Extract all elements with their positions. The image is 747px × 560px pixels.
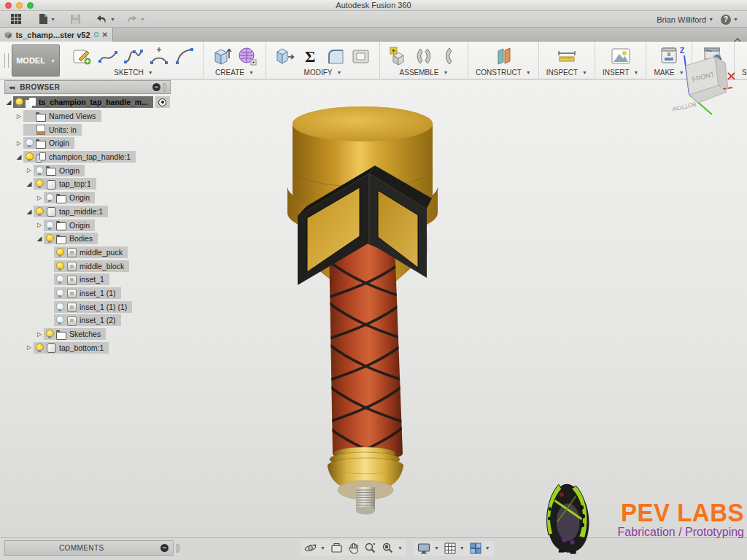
visibility-bulb-icon[interactable] [56, 303, 63, 311]
grid-settings-button[interactable]: ▼ [444, 542, 465, 554]
app-grid-icon[interactable] [10, 13, 22, 25]
workspace-switcher-button[interactable]: MODEL▼ [12, 44, 60, 77]
expander-icon[interactable]: ▷ [25, 344, 34, 351]
browser-tree-item[interactable]: ▷ Origin [4, 218, 176, 232]
create-sketch-icon[interactable] [71, 45, 93, 67]
orbit-button[interactable]: ▼ [304, 542, 325, 554]
insert-image-icon[interactable] [610, 45, 632, 67]
create-form-icon[interactable] [236, 45, 258, 67]
browser-tree-item[interactable]: ▷ Named Views [4, 109, 176, 123]
visibility-bulb-icon[interactable] [46, 330, 53, 338]
help-menu-button[interactable]: ? ▼ [721, 15, 738, 25]
inspect-dropdown[interactable]: INSPECT▼ [546, 69, 587, 77]
browser-tree-item[interactable]: ▷ tap_bottom:1 [4, 341, 176, 354]
visibility-bulb-icon[interactable] [36, 207, 43, 216]
display-settings-button[interactable]: ▼ [417, 542, 439, 554]
three-point-arc-icon[interactable] [148, 45, 170, 67]
visibility-bulb-icon[interactable] [26, 139, 33, 147]
select-dropdown[interactable]: SELECT▼ [742, 69, 747, 77]
spline-icon[interactable] [97, 45, 119, 67]
expander-icon[interactable]: ▷ [35, 195, 44, 201]
comments-bar[interactable]: COMMENTS − [4, 540, 174, 556]
browser-tree-item[interactable]: ◢ champion_tap_handle:1 [4, 150, 176, 164]
visibility-bulb-icon[interactable] [15, 98, 23, 106]
browser-tree-item[interactable]: ▷ Sketches [4, 327, 176, 341]
expander-icon[interactable]: ◢ [25, 208, 34, 215]
expander-icon[interactable]: ◢ [35, 235, 44, 242]
expander-icon[interactable]: ▷ [35, 331, 44, 338]
browser-tree-item[interactable]: ◢ tap_middle:1 [4, 205, 176, 219]
visibility-bulb-icon[interactable] [36, 179, 43, 188]
visibility-bulb-icon[interactable] [46, 193, 53, 202]
toolbar-grip-handle[interactable] [4, 53, 9, 68]
activate-component-radio[interactable] [155, 96, 170, 108]
visibility-bulb-icon[interactable] [36, 166, 43, 175]
fit-point-spline-icon[interactable] [123, 45, 144, 67]
browser-tree-item[interactable]: ◢ ts_champion_tap_handle_m... [4, 96, 176, 109]
sketch-dropdown[interactable]: SKETCH▼ [114, 69, 153, 77]
create-dropdown[interactable]: CREATE▼ [215, 69, 254, 77]
browser-tree-item[interactable]: Units: in [4, 122, 176, 136]
browser-tree-item[interactable]: middle_puck [4, 246, 176, 260]
extrude-box-icon[interactable] [211, 45, 233, 67]
fillet-icon[interactable] [325, 45, 347, 67]
new-component-icon[interactable] [387, 45, 409, 67]
document-tab[interactable]: ts_champ...ster v52 ✕ [0, 28, 113, 42]
visibility-bulb-icon[interactable] [36, 343, 43, 352]
expander-icon[interactable]: ◢ [25, 180, 34, 187]
browser-tree-item[interactable]: ◢ tap_top:1 [4, 177, 176, 191]
file-menu-button[interactable]: ▼ [38, 13, 55, 25]
collapse-all-icon[interactable]: − [152, 83, 160, 91]
visibility-bulb-icon[interactable] [26, 152, 33, 161]
shell-icon[interactable] [350, 45, 372, 67]
pan-button[interactable] [348, 542, 359, 554]
look-at-button[interactable] [330, 542, 343, 553]
visibility-bulb-icon[interactable] [56, 262, 63, 271]
visibility-bulb-icon[interactable] [56, 248, 63, 257]
as-built-joint-icon[interactable] [438, 45, 460, 67]
browser-tree-item[interactable]: inset_1 (1) (1) [4, 300, 176, 314]
expander-icon[interactable]: ▷ [15, 140, 23, 147]
zoom-button[interactable] [364, 542, 376, 554]
tangent-arc-icon[interactable] [174, 45, 196, 67]
expander-icon[interactable]: ▷ [25, 167, 34, 174]
visibility-bulb-icon[interactable] [46, 221, 53, 230]
close-tab-icon[interactable]: ✕ [102, 31, 108, 39]
comments-collapse-icon[interactable]: − [160, 544, 169, 552]
expander-icon[interactable]: ▷ [35, 222, 44, 228]
panel-resize-handle[interactable] [163, 83, 166, 92]
construct-dropdown[interactable]: CONSTRUCT▼ [476, 69, 531, 77]
browser-tree-item[interactable]: inset_1 (2) [4, 314, 176, 327]
visibility-bulb-icon[interactable] [46, 234, 53, 243]
undo-button[interactable]: ▼ [96, 15, 115, 24]
collapse-panel-icon[interactable]: ◀◀ [9, 85, 14, 90]
visibility-bulb-icon[interactable] [56, 316, 63, 324]
expander-icon[interactable]: ◢ [15, 153, 23, 160]
press-pull-icon[interactable] [274, 45, 295, 67]
browser-tree-item[interactable]: ◢ Bodies [4, 232, 176, 246]
browser-tree-item[interactable]: inset_1 [4, 273, 176, 287]
viewports-button[interactable]: ▼ [470, 542, 490, 554]
measure-icon[interactable] [556, 45, 578, 67]
construction-plane-icon[interactable] [492, 45, 514, 67]
visibility-bulb-icon[interactable] [56, 289, 63, 298]
visibility-bulb-icon[interactable] [56, 275, 63, 284]
insert-dropdown[interactable]: INSERT▼ [603, 69, 638, 77]
expander-icon[interactable]: ◢ [4, 98, 13, 106]
assemble-dropdown[interactable]: ASSEMBLE▼ [400, 69, 449, 77]
change-parameters-sigma-icon[interactable]: Σ [299, 45, 321, 67]
comments-resize-handle[interactable] [177, 544, 179, 553]
expander-icon[interactable]: ▷ [15, 113, 23, 120]
viewcube[interactable]: FRONT BOTTOM Z [673, 44, 742, 120]
save-button[interactable] [70, 14, 81, 25]
browser-header[interactable]: ◀◀ BROWSER − [4, 80, 171, 94]
browser-tree-item[interactable]: ▷ Origin [4, 136, 176, 150]
browser-tree-item[interactable]: inset_1 (1) [4, 287, 176, 300]
window-zoom-button[interactable]: ▼ [382, 542, 403, 554]
modify-dropdown[interactable]: MODIFY▼ [304, 69, 342, 77]
user-account-menu[interactable]: Brian Williford ▼ [657, 15, 713, 24]
redo-button[interactable]: ▼ [125, 15, 145, 24]
browser-tree-item[interactable]: middle_block [4, 259, 176, 273]
browser-tree-item[interactable]: ▷ Origin [4, 191, 176, 205]
joint-icon[interactable] [413, 45, 435, 67]
